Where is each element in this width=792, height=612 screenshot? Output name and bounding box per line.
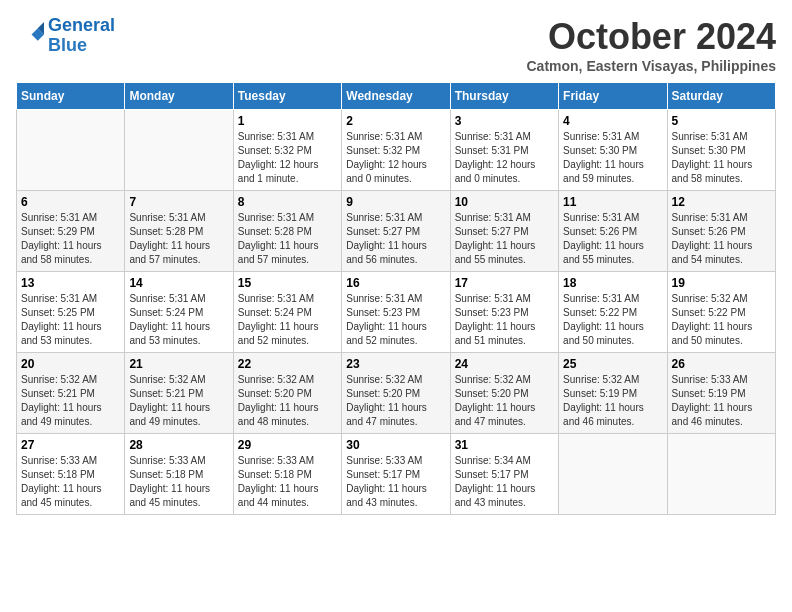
calendar-cell: 4Sunrise: 5:31 AM Sunset: 5:30 PM Daylig… bbox=[559, 110, 667, 191]
day-number: 29 bbox=[238, 438, 337, 452]
day-info: Sunrise: 5:31 AM Sunset: 5:25 PM Dayligh… bbox=[21, 292, 120, 348]
calendar-week-row: 13Sunrise: 5:31 AM Sunset: 5:25 PM Dayli… bbox=[17, 272, 776, 353]
day-info: Sunrise: 5:33 AM Sunset: 5:18 PM Dayligh… bbox=[21, 454, 120, 510]
day-number: 24 bbox=[455, 357, 554, 371]
day-info: Sunrise: 5:32 AM Sunset: 5:19 PM Dayligh… bbox=[563, 373, 662, 429]
day-info: Sunrise: 5:31 AM Sunset: 5:26 PM Dayligh… bbox=[672, 211, 771, 267]
day-number: 22 bbox=[238, 357, 337, 371]
day-number: 9 bbox=[346, 195, 445, 209]
day-number: 17 bbox=[455, 276, 554, 290]
day-info: Sunrise: 5:32 AM Sunset: 5:20 PM Dayligh… bbox=[238, 373, 337, 429]
calendar-cell: 21Sunrise: 5:32 AM Sunset: 5:21 PM Dayli… bbox=[125, 353, 233, 434]
calendar-body: 1Sunrise: 5:31 AM Sunset: 5:32 PM Daylig… bbox=[17, 110, 776, 515]
weekday-header-cell: Tuesday bbox=[233, 83, 341, 110]
day-number: 2 bbox=[346, 114, 445, 128]
calendar-cell bbox=[559, 434, 667, 515]
day-info: Sunrise: 5:31 AM Sunset: 5:26 PM Dayligh… bbox=[563, 211, 662, 267]
calendar-cell: 5Sunrise: 5:31 AM Sunset: 5:30 PM Daylig… bbox=[667, 110, 775, 191]
calendar-cell: 9Sunrise: 5:31 AM Sunset: 5:27 PM Daylig… bbox=[342, 191, 450, 272]
day-info: Sunrise: 5:31 AM Sunset: 5:24 PM Dayligh… bbox=[129, 292, 228, 348]
calendar-cell: 22Sunrise: 5:32 AM Sunset: 5:20 PM Dayli… bbox=[233, 353, 341, 434]
day-number: 7 bbox=[129, 195, 228, 209]
day-info: Sunrise: 5:32 AM Sunset: 5:21 PM Dayligh… bbox=[21, 373, 120, 429]
calendar-week-row: 27Sunrise: 5:33 AM Sunset: 5:18 PM Dayli… bbox=[17, 434, 776, 515]
day-number: 14 bbox=[129, 276, 228, 290]
weekday-header-cell: Wednesday bbox=[342, 83, 450, 110]
day-info: Sunrise: 5:31 AM Sunset: 5:30 PM Dayligh… bbox=[563, 130, 662, 186]
day-number: 28 bbox=[129, 438, 228, 452]
weekday-header-row: SundayMondayTuesdayWednesdayThursdayFrid… bbox=[17, 83, 776, 110]
day-number: 15 bbox=[238, 276, 337, 290]
logo-icon bbox=[16, 22, 44, 50]
day-number: 10 bbox=[455, 195, 554, 209]
day-info: Sunrise: 5:32 AM Sunset: 5:20 PM Dayligh… bbox=[346, 373, 445, 429]
calendar-week-row: 20Sunrise: 5:32 AM Sunset: 5:21 PM Dayli… bbox=[17, 353, 776, 434]
calendar-cell bbox=[125, 110, 233, 191]
day-info: Sunrise: 5:33 AM Sunset: 5:18 PM Dayligh… bbox=[238, 454, 337, 510]
calendar-cell: 1Sunrise: 5:31 AM Sunset: 5:32 PM Daylig… bbox=[233, 110, 341, 191]
day-info: Sunrise: 5:31 AM Sunset: 5:32 PM Dayligh… bbox=[238, 130, 337, 186]
day-number: 25 bbox=[563, 357, 662, 371]
day-info: Sunrise: 5:31 AM Sunset: 5:31 PM Dayligh… bbox=[455, 130, 554, 186]
calendar-cell bbox=[17, 110, 125, 191]
calendar-cell: 27Sunrise: 5:33 AM Sunset: 5:18 PM Dayli… bbox=[17, 434, 125, 515]
location: Catmon, Eastern Visayas, Philippines bbox=[527, 58, 777, 74]
day-number: 12 bbox=[672, 195, 771, 209]
logo-line2: Blue bbox=[48, 35, 87, 55]
calendar-table: SundayMondayTuesdayWednesdayThursdayFrid… bbox=[16, 82, 776, 515]
day-info: Sunrise: 5:34 AM Sunset: 5:17 PM Dayligh… bbox=[455, 454, 554, 510]
calendar-cell: 18Sunrise: 5:31 AM Sunset: 5:22 PM Dayli… bbox=[559, 272, 667, 353]
day-number: 20 bbox=[21, 357, 120, 371]
day-number: 8 bbox=[238, 195, 337, 209]
logo-line1: General bbox=[48, 15, 115, 35]
day-info: Sunrise: 5:33 AM Sunset: 5:18 PM Dayligh… bbox=[129, 454, 228, 510]
day-number: 30 bbox=[346, 438, 445, 452]
calendar-cell: 25Sunrise: 5:32 AM Sunset: 5:19 PM Dayli… bbox=[559, 353, 667, 434]
calendar-cell: 30Sunrise: 5:33 AM Sunset: 5:17 PM Dayli… bbox=[342, 434, 450, 515]
calendar-cell: 26Sunrise: 5:33 AM Sunset: 5:19 PM Dayli… bbox=[667, 353, 775, 434]
day-number: 3 bbox=[455, 114, 554, 128]
calendar-cell: 31Sunrise: 5:34 AM Sunset: 5:17 PM Dayli… bbox=[450, 434, 558, 515]
logo-text: General Blue bbox=[48, 16, 115, 56]
title-block: October 2024 Catmon, Eastern Visayas, Ph… bbox=[527, 16, 777, 74]
weekday-header-cell: Friday bbox=[559, 83, 667, 110]
day-number: 26 bbox=[672, 357, 771, 371]
day-info: Sunrise: 5:33 AM Sunset: 5:17 PM Dayligh… bbox=[346, 454, 445, 510]
day-number: 11 bbox=[563, 195, 662, 209]
calendar-cell: 17Sunrise: 5:31 AM Sunset: 5:23 PM Dayli… bbox=[450, 272, 558, 353]
day-info: Sunrise: 5:32 AM Sunset: 5:22 PM Dayligh… bbox=[672, 292, 771, 348]
day-number: 21 bbox=[129, 357, 228, 371]
day-number: 13 bbox=[21, 276, 120, 290]
calendar-cell: 29Sunrise: 5:33 AM Sunset: 5:18 PM Dayli… bbox=[233, 434, 341, 515]
day-info: Sunrise: 5:32 AM Sunset: 5:21 PM Dayligh… bbox=[129, 373, 228, 429]
month-title: October 2024 bbox=[527, 16, 777, 58]
day-info: Sunrise: 5:31 AM Sunset: 5:27 PM Dayligh… bbox=[346, 211, 445, 267]
day-number: 4 bbox=[563, 114, 662, 128]
calendar-cell: 23Sunrise: 5:32 AM Sunset: 5:20 PM Dayli… bbox=[342, 353, 450, 434]
day-number: 1 bbox=[238, 114, 337, 128]
weekday-header-cell: Saturday bbox=[667, 83, 775, 110]
day-info: Sunrise: 5:31 AM Sunset: 5:29 PM Dayligh… bbox=[21, 211, 120, 267]
day-info: Sunrise: 5:31 AM Sunset: 5:23 PM Dayligh… bbox=[455, 292, 554, 348]
day-info: Sunrise: 5:31 AM Sunset: 5:30 PM Dayligh… bbox=[672, 130, 771, 186]
day-number: 27 bbox=[21, 438, 120, 452]
day-number: 23 bbox=[346, 357, 445, 371]
day-number: 18 bbox=[563, 276, 662, 290]
calendar-cell: 15Sunrise: 5:31 AM Sunset: 5:24 PM Dayli… bbox=[233, 272, 341, 353]
day-info: Sunrise: 5:31 AM Sunset: 5:22 PM Dayligh… bbox=[563, 292, 662, 348]
day-info: Sunrise: 5:31 AM Sunset: 5:24 PM Dayligh… bbox=[238, 292, 337, 348]
calendar-week-row: 6Sunrise: 5:31 AM Sunset: 5:29 PM Daylig… bbox=[17, 191, 776, 272]
day-info: Sunrise: 5:31 AM Sunset: 5:27 PM Dayligh… bbox=[455, 211, 554, 267]
day-info: Sunrise: 5:31 AM Sunset: 5:23 PM Dayligh… bbox=[346, 292, 445, 348]
calendar-cell: 28Sunrise: 5:33 AM Sunset: 5:18 PM Dayli… bbox=[125, 434, 233, 515]
day-info: Sunrise: 5:32 AM Sunset: 5:20 PM Dayligh… bbox=[455, 373, 554, 429]
calendar-cell: 7Sunrise: 5:31 AM Sunset: 5:28 PM Daylig… bbox=[125, 191, 233, 272]
weekday-header-cell: Thursday bbox=[450, 83, 558, 110]
logo: General Blue bbox=[16, 16, 115, 56]
page-header: General Blue October 2024 Catmon, Easter… bbox=[16, 16, 776, 74]
calendar-cell: 6Sunrise: 5:31 AM Sunset: 5:29 PM Daylig… bbox=[17, 191, 125, 272]
calendar-cell: 13Sunrise: 5:31 AM Sunset: 5:25 PM Dayli… bbox=[17, 272, 125, 353]
calendar-cell: 20Sunrise: 5:32 AM Sunset: 5:21 PM Dayli… bbox=[17, 353, 125, 434]
day-number: 16 bbox=[346, 276, 445, 290]
weekday-header-cell: Monday bbox=[125, 83, 233, 110]
